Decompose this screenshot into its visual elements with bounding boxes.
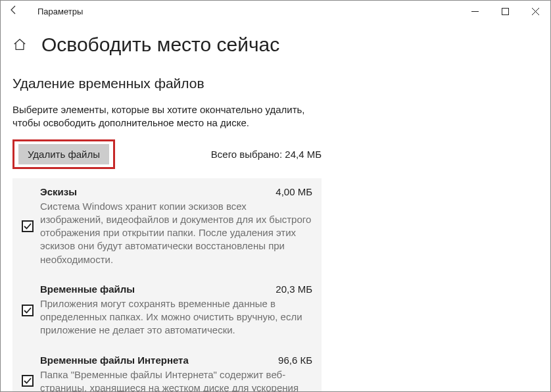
- item-checkbox[interactable]: [22, 305, 34, 316]
- section-description: Выберите элементы, которые вы хотите око…: [12, 103, 315, 130]
- action-row: Удалить файлы Всего выбрано: 24,4 МБ: [12, 139, 322, 169]
- list-item: Эскизы4,00 МБСистема Windows хранит копи…: [12, 178, 322, 276]
- item-body: Временные файлы20,3 МБПриложения могут с…: [40, 283, 312, 337]
- remove-files-button[interactable]: Удалить файлы: [18, 144, 109, 164]
- back-button[interactable]: [9, 5, 22, 18]
- home-icon[interactable]: [12, 37, 27, 52]
- list-item: Временные файлы20,3 МБПриложения могут с…: [12, 276, 322, 347]
- close-button[interactable]: [520, 1, 550, 22]
- item-title: Временные файлы Интернета: [40, 355, 189, 366]
- item-body: Временные файлы Интернета96,6 КБПапка "В…: [40, 355, 312, 393]
- checkbox-column: [22, 355, 40, 393]
- item-title: Временные файлы: [40, 283, 135, 295]
- item-body: Эскизы4,00 МБСистема Windows хранит копи…: [40, 186, 312, 266]
- remove-button-highlight: Удалить файлы: [12, 139, 115, 169]
- window-title: Параметры: [37, 7, 83, 16]
- checkbox-column: [22, 283, 40, 337]
- maximize-button[interactable]: [490, 1, 520, 22]
- items-list: Эскизы4,00 МБСистема Windows хранит копи…: [12, 178, 322, 393]
- window-controls: [460, 1, 550, 22]
- item-size: 96,6 КБ: [278, 355, 312, 366]
- list-item: Временные файлы Интернета96,6 КБПапка "В…: [12, 347, 322, 393]
- item-description: Приложения могут сохранять временные дан…: [40, 297, 312, 337]
- total-selected-label: Всего выбрано: 24,4 МБ: [211, 149, 322, 160]
- item-description: Система Windows хранит копии эскизов все…: [40, 200, 312, 266]
- header: Освободить место сейчас: [12, 34, 539, 56]
- item-header: Временные файлы Интернета96,6 КБ: [40, 355, 312, 366]
- section-title: Удаление временных файлов: [12, 76, 539, 91]
- page-title: Освободить место сейчас: [41, 34, 279, 56]
- svg-rect-1: [502, 8, 508, 14]
- minimize-button[interactable]: [460, 1, 490, 22]
- content: Освободить место сейчас Удаление временн…: [1, 22, 550, 392]
- checkbox-column: [22, 186, 40, 266]
- item-header: Временные файлы20,3 МБ: [40, 283, 312, 295]
- item-size: 4,00 МБ: [276, 186, 312, 197]
- item-title: Эскизы: [40, 186, 77, 197]
- item-checkbox[interactable]: [22, 375, 34, 387]
- item-description: Папка "Временные файлы Интернета" содерж…: [40, 368, 312, 393]
- item-header: Эскизы4,00 МБ: [40, 186, 312, 197]
- item-size: 20,3 МБ: [276, 283, 312, 295]
- item-checkbox[interactable]: [22, 220, 34, 232]
- titlebar: Параметры: [1, 1, 550, 22]
